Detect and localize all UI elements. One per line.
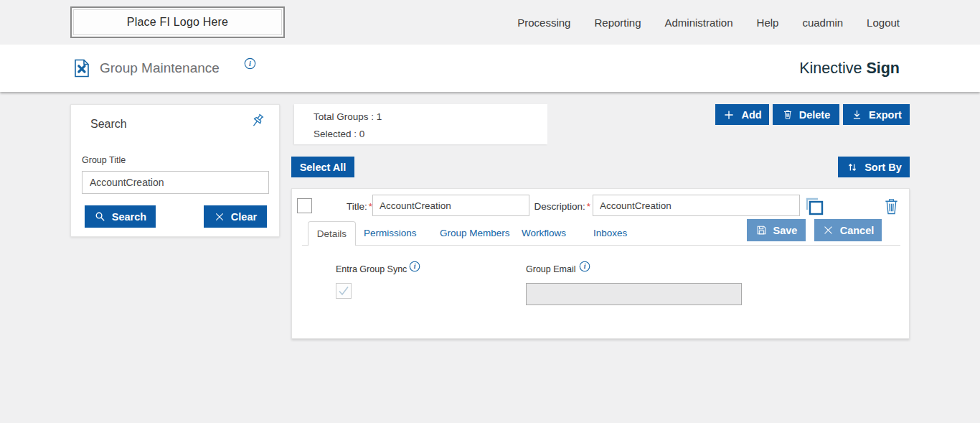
tabs-divider bbox=[302, 245, 900, 246]
fi-logo-placeholder: Place FI Logo Here bbox=[70, 6, 285, 38]
title-field-label: Title:* bbox=[321, 201, 372, 212]
export-button[interactable]: Export bbox=[843, 104, 910, 125]
sort-by-button-label: Sort By bbox=[864, 162, 902, 173]
nav-item-processing[interactable]: Processing bbox=[517, 17, 570, 29]
tab-workflows[interactable]: Workflows bbox=[522, 221, 566, 245]
add-button-label: Add bbox=[741, 109, 761, 121]
tab-details-label: Details bbox=[317, 228, 347, 239]
clear-x-icon bbox=[214, 211, 225, 223]
cancel-button[interactable]: Cancel bbox=[814, 219, 882, 241]
tab-permissions[interactable]: Permissions bbox=[364, 221, 417, 245]
export-button-label: Export bbox=[869, 109, 902, 121]
document-tools-icon bbox=[72, 58, 92, 78]
entra-group-sync-label: Entra Group Sync bbox=[336, 264, 407, 274]
save-floppy-icon bbox=[755, 224, 768, 236]
tab-details[interactable]: Details bbox=[308, 221, 356, 246]
page-title-info-icon[interactable]: i bbox=[244, 57, 256, 70]
brand-logo: Kinective Sign bbox=[799, 45, 900, 92]
nav-item-username[interactable]: cuadmin bbox=[802, 17, 843, 29]
delete-button-label: Delete bbox=[799, 109, 831, 121]
group-maintenance-screen: Place FI Logo Here Processing Reporting … bbox=[0, 0, 980, 423]
selected-count-text: Selected : 0 bbox=[314, 129, 364, 139]
search-panel: Search Group Title Search Clear bbox=[70, 104, 280, 237]
page-header: Group Maintenance i Kinective Sign bbox=[0, 45, 980, 92]
cancel-button-label: Cancel bbox=[840, 225, 875, 236]
copy-icon[interactable] bbox=[803, 195, 826, 218]
search-panel-title: Search bbox=[90, 118, 127, 131]
group-title-label: Group Title bbox=[82, 155, 126, 165]
groups-summary: Total Groups : 1 Selected : 0 bbox=[294, 104, 547, 144]
group-email-label: Group Email bbox=[526, 264, 575, 274]
entra-group-sync-checkbox[interactable] bbox=[336, 283, 352, 299]
group-row-checkbox[interactable] bbox=[297, 198, 312, 213]
svg-text:i: i bbox=[414, 262, 416, 270]
svg-text:i: i bbox=[249, 60, 251, 68]
save-button[interactable]: Save bbox=[747, 219, 806, 241]
fi-logo-placeholder-text: Place FI Logo Here bbox=[127, 16, 228, 29]
add-button[interactable]: Add bbox=[715, 104, 769, 125]
pin-icon[interactable] bbox=[249, 112, 266, 129]
brand-product: Sign bbox=[866, 60, 900, 78]
row-trash-icon[interactable] bbox=[883, 197, 900, 215]
description-input[interactable] bbox=[593, 195, 800, 216]
description-field-label: Description:* bbox=[529, 201, 590, 212]
description-required-mark: * bbox=[587, 201, 590, 212]
nav-item-help[interactable]: Help bbox=[757, 17, 779, 29]
top-bar: Place FI Logo Here Processing Reporting … bbox=[0, 0, 980, 45]
page-title: Group Maintenance bbox=[100, 60, 220, 76]
tab-inboxes[interactable]: Inboxes bbox=[593, 221, 627, 245]
download-icon bbox=[851, 108, 863, 121]
trash-icon bbox=[782, 108, 793, 121]
plus-icon bbox=[722, 108, 735, 121]
cancel-x-icon bbox=[822, 224, 834, 236]
select-all-button[interactable]: Select All bbox=[291, 157, 354, 177]
nav-item-reporting[interactable]: Reporting bbox=[594, 17, 641, 29]
checkmark-icon bbox=[336, 284, 351, 298]
total-groups-text: Total Groups : 1 bbox=[314, 111, 382, 122]
group-email-input[interactable] bbox=[526, 283, 742, 305]
clear-button-label: Clear bbox=[231, 211, 257, 223]
search-button[interactable]: Search bbox=[85, 205, 156, 228]
title-input[interactable] bbox=[372, 195, 529, 216]
delete-button[interactable]: Delete bbox=[773, 104, 839, 125]
nav-item-logout[interactable]: Logout bbox=[867, 17, 900, 29]
group-editor-card: Title:* Description:* Details Permission… bbox=[291, 188, 910, 339]
clear-button[interactable]: Clear bbox=[204, 205, 267, 228]
top-nav: Processing Reporting Administration Help… bbox=[517, 0, 900, 45]
select-all-button-label: Select All bbox=[300, 162, 347, 173]
group-title-input[interactable] bbox=[82, 171, 269, 194]
search-button-label: Search bbox=[112, 211, 146, 223]
search-icon bbox=[94, 210, 106, 223]
save-button-label: Save bbox=[773, 225, 798, 236]
svg-text:i: i bbox=[584, 262, 586, 270]
sort-by-button[interactable]: Sort By bbox=[838, 157, 910, 177]
sort-arrows-icon bbox=[846, 161, 859, 174]
brand-name: Kinective bbox=[799, 60, 862, 78]
tab-group-members[interactable]: Group Members bbox=[440, 221, 510, 245]
group-email-info-icon[interactable]: i bbox=[579, 261, 590, 272]
entra-group-sync-info-icon[interactable]: i bbox=[409, 261, 420, 272]
nav-item-administration[interactable]: Administration bbox=[665, 17, 733, 29]
